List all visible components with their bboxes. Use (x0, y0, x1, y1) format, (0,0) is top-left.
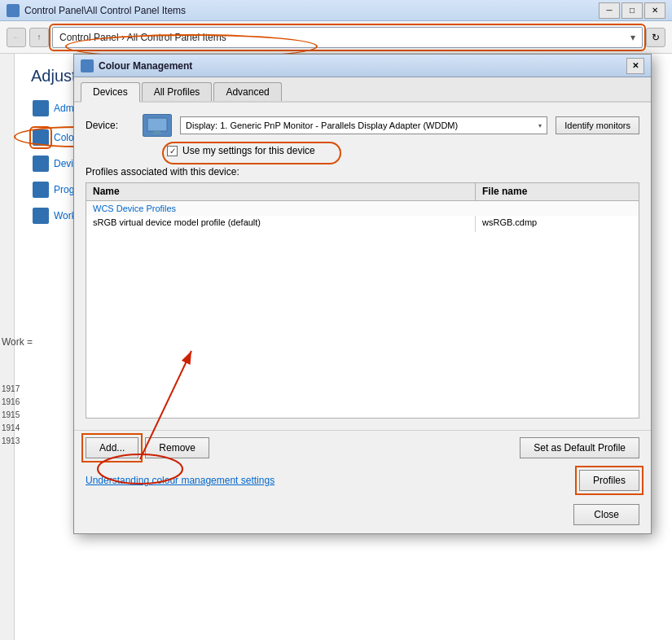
checkbox-label: Use my settings for this device (182, 145, 315, 156)
maximize-button[interactable]: □ (621, 2, 643, 19)
identify-monitors-button[interactable]: Identify monitors (556, 116, 639, 134)
title-bar-controls: ─ □ ✕ (599, 2, 665, 19)
devicem-icon (33, 156, 49, 172)
col-name-header: Name (86, 183, 476, 200)
title-bar-text: Control Panel\All Control Panel Items (24, 5, 186, 16)
up-button[interactable]: ↑ (29, 28, 49, 47)
window-chrome: Control Panel\All Control Panel Items ─ … (0, 0, 672, 640)
profile-file-cell: wsRGB.cdmp (476, 216, 639, 232)
refresh-button[interactable]: ↻ (646, 28, 665, 47)
tab-devices[interactable]: Devices (81, 82, 140, 103)
dialog-window: Colour Management ✕ Devices All Profiles… (73, 54, 652, 534)
profiles-button[interactable]: Profiles (579, 470, 639, 491)
dialog-tabs: Devices All Profiles Advanced (74, 77, 651, 103)
svg-rect-0 (147, 118, 167, 131)
dialog-title-text: Colour Management (99, 60, 192, 72)
title-bar: Control Panel\All Control Panel Items ─ … (0, 0, 672, 21)
dialog-close-action-button[interactable]: Close (573, 504, 639, 525)
profiles-table-header: Name File name (86, 183, 639, 201)
dialog-body: Device: Display: 1. Generic PnP Monitor … (74, 103, 651, 430)
address-bar-area: ← ↑ Control Panel › All Control Panel It… (0, 21, 672, 54)
monitor-icon (143, 114, 172, 137)
colour-management-icon (33, 129, 49, 146)
tab-advanced[interactable]: Advanced (213, 82, 281, 101)
minimize-button[interactable]: ─ (599, 2, 620, 19)
back-button[interactable]: ← (7, 28, 26, 47)
dialog-footer: Add... Remove Set as Default Profile (74, 430, 651, 465)
workfol-icon (33, 208, 49, 224)
close-button[interactable]: ✕ (644, 2, 665, 19)
left-numbers: 1917 1916 1915 1914 1913 (2, 383, 20, 448)
work-text: Work = (2, 336, 33, 348)
profiles-group-header[interactable]: WCS Device Profiles (86, 201, 639, 216)
dialog-title-bar: Colour Management ✕ (74, 55, 651, 77)
title-bar-icon (7, 4, 20, 17)
address-dropdown-arrow[interactable]: ▾ (630, 32, 635, 43)
svg-rect-1 (154, 131, 160, 133)
set-default-button[interactable]: Set as Default Profile (520, 437, 639, 458)
dialog-last-row: Understanding colour management settings… (74, 465, 651, 499)
profile-name-cell: sRGB virtual device model profile (defau… (86, 216, 476, 232)
col-file-header: File name (476, 183, 639, 200)
tab-all-profiles[interactable]: All Profiles (142, 82, 213, 101)
profiles-row[interactable]: sRGB virtual device model profile (defau… (86, 216, 639, 232)
device-dropdown-arrow: ▾ (538, 122, 542, 129)
profiles-table: Name File name WCS Device Profiles sRGB … (86, 182, 639, 419)
device-row: Device: Display: 1. Generic PnP Monitor … (86, 114, 639, 137)
administrative-tools-icon (33, 100, 49, 116)
dialog-title-icon (81, 59, 94, 72)
understanding-link[interactable]: Understanding colour management settings (86, 475, 275, 486)
dialog-close-button[interactable]: ✕ (626, 58, 644, 74)
remove-button[interactable]: Remove (145, 437, 209, 458)
dialog-close-row: Close (74, 499, 651, 533)
profiles-section-label: Profiles associated with this device: (86, 166, 639, 178)
device-label: Device: (86, 120, 134, 131)
svg-rect-2 (152, 133, 162, 134)
address-box[interactable]: Control Panel › All Control Panel Items … (52, 27, 643, 48)
profiles-table-body: WCS Device Profiles sRGB virtual device … (86, 201, 639, 418)
address-text: Control Panel › All Control Panel Items (59, 32, 226, 43)
device-dropdown-text: Display: 1. Generic PnP Monitor - Parall… (186, 121, 538, 130)
colour-management-dialog: Colour Management ✕ Devices All Profiles… (73, 54, 652, 534)
use-my-settings-checkbox[interactable] (167, 146, 178, 156)
device-dropdown[interactable]: Display: 1. Generic PnP Monitor - Parall… (180, 116, 547, 134)
program-icon (33, 182, 49, 198)
checkbox-row: Use my settings for this device (86, 145, 639, 156)
add-button[interactable]: Add... (86, 437, 138, 458)
